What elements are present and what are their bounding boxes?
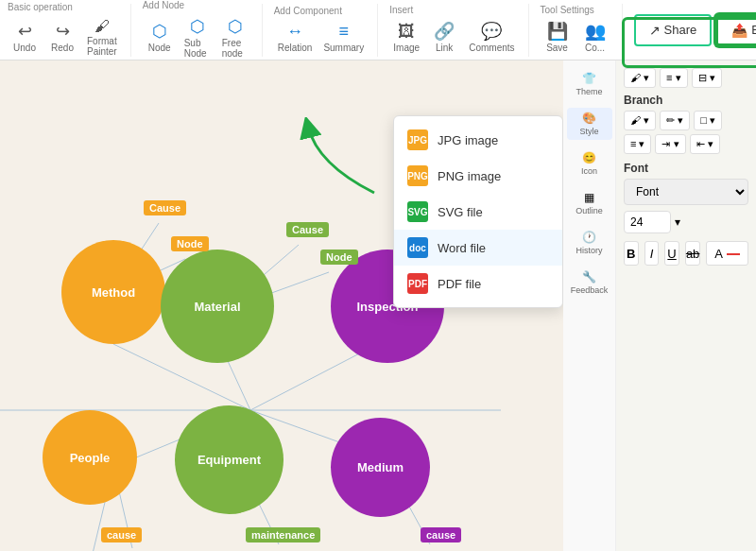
- export-svg-item[interactable]: SVG SVG file: [394, 194, 562, 230]
- underline-button[interactable]: U: [664, 241, 679, 266]
- font-select[interactable]: Font: [624, 179, 748, 205]
- node-button[interactable]: ⬡ Node: [143, 19, 177, 55]
- line-dash-tool[interactable]: ⊟ ▾: [692, 68, 722, 88]
- basic-operation-group: Basic operation ↩ Undo ↪ Redo 🖌 Format P…: [8, 4, 131, 57]
- branch-line-tool[interactable]: ✏ ▾: [660, 111, 690, 130]
- save-icon: 💾: [547, 21, 568, 42]
- sub-node-label: Sub Node: [184, 38, 211, 59]
- relation-button[interactable]: ↔ Relation: [274, 20, 317, 55]
- add-node-group: Add Node ⬡ Node ⬡ Sub Node ⬡ Free node: [143, 4, 263, 57]
- italic-button[interactable]: I: [644, 241, 660, 266]
- font-color-underline: [727, 253, 740, 255]
- outline-label: Outline: [576, 206, 603, 215]
- branch-border-tool[interactable]: □ ▾: [694, 111, 722, 130]
- font-style-row: B I U ab A: [624, 241, 748, 266]
- paint-tool[interactable]: 🖌 ▾: [624, 68, 656, 88]
- equipment-label: Equipment: [198, 453, 261, 467]
- sidebar-item-outline[interactable]: ▦ Outline: [567, 187, 612, 219]
- export-word-item[interactable]: doc Word file: [394, 230, 562, 266]
- medium-node[interactable]: Medium: [331, 418, 430, 517]
- material-node[interactable]: Material: [161, 250, 274, 363]
- save-button[interactable]: 💾 Save: [541, 19, 575, 55]
- doc-icon: doc: [407, 237, 428, 258]
- export-dropdown: JPG JPG image PNG PNG image SVG SVG file…: [393, 115, 563, 308]
- font-size-row: ▾: [624, 211, 748, 233]
- feedback-label: Feedback: [571, 285, 609, 295]
- export-svg-label: SVG file: [438, 205, 483, 219]
- share-label: Share: [664, 23, 697, 37]
- icon-icon: 😊: [582, 151, 596, 164]
- undo-label: Undo: [13, 43, 36, 53]
- sidebar-item-icon[interactable]: 😊 Icon: [567, 147, 612, 180]
- export-jpg-item[interactable]: JPG JPG image: [394, 122, 562, 158]
- sidebar-item-feedback[interactable]: 🔧 Feedback: [567, 267, 612, 299]
- export-icon: 📤: [731, 23, 747, 38]
- sub-node-icon: ⬡: [190, 16, 205, 37]
- style-icon: 🎨: [582, 112, 596, 125]
- redo-button[interactable]: ↪ Redo: [45, 19, 79, 55]
- link-button[interactable]: 🔗 Link: [427, 19, 461, 55]
- method-node[interactable]: Method: [61, 240, 165, 344]
- format-painter-button[interactable]: 🖌 Format Painter: [83, 16, 121, 59]
- branch-align-tool[interactable]: ≡ ▾: [624, 134, 651, 154]
- icon-label: Icon: [581, 166, 597, 176]
- export-jpg-label: JPG image: [438, 133, 498, 147]
- equipment-node[interactable]: Equipment: [175, 405, 284, 514]
- image-button[interactable]: 🖼 Image: [389, 20, 423, 55]
- history-icon: 🕐: [582, 231, 596, 244]
- font-color-button[interactable]: A: [706, 241, 748, 266]
- main-area: Method Material Inspection People Equipm…: [0, 60, 756, 551]
- svg-icon: SVG: [407, 201, 428, 222]
- export-label: Export: [751, 23, 756, 37]
- node-label-text: Node: [148, 43, 171, 53]
- summary-button[interactable]: ≡ Summary: [319, 20, 368, 55]
- redo-label: Redo: [51, 43, 74, 53]
- font-color-icon: A: [714, 247, 723, 261]
- branch-indent2-tool[interactable]: ⇤ ▾: [690, 134, 720, 154]
- summary-label: Summary: [323, 43, 364, 53]
- export-png-label: PNG image: [438, 169, 501, 183]
- jpg-icon: JPG: [407, 129, 428, 150]
- cause-label-5: cause: [421, 527, 461, 542]
- sidebar-icons: 👕 Theme 🎨 Style 😊 Icon ▦ Outline 🕐 Histo…: [563, 60, 616, 551]
- export-button[interactable]: 📤 Export: [715, 14, 756, 46]
- save-label: Save: [546, 43, 568, 53]
- theme-icon: 👕: [582, 72, 596, 85]
- relation-icon: ↔: [286, 22, 303, 42]
- bold-button[interactable]: B: [624, 241, 639, 266]
- node-icon: ⬡: [152, 21, 167, 42]
- font-size-input[interactable]: [624, 211, 671, 233]
- cause-label-4: cause: [101, 527, 142, 542]
- insert-group: Insert 🖼 Image 🔗 Link 💬 Comments: [389, 4, 528, 57]
- sidebar-item-style[interactable]: 🎨 Style: [567, 108, 612, 140]
- font-section: Font Font ▾ B I U ab A: [624, 162, 748, 266]
- free-node-label: Free node: [222, 38, 249, 59]
- add-node-label: Add Node: [143, 0, 184, 10]
- material-label: Material: [194, 300, 240, 314]
- sidebar-item-history[interactable]: 🕐 History: [567, 227, 612, 259]
- export-png-item[interactable]: PNG PNG image: [394, 158, 562, 194]
- free-node-button[interactable]: ⬡ Free node: [218, 14, 252, 60]
- export-pdf-item[interactable]: PDF PDF file: [394, 266, 562, 301]
- undo-button[interactable]: ↩ Undo: [8, 19, 42, 55]
- sub-node-button[interactable]: ⬡ Sub Node: [180, 14, 215, 60]
- branch-indent-tool[interactable]: ⇥ ▾: [655, 134, 685, 154]
- branch-fill-tool[interactable]: 🖌 ▾: [624, 111, 656, 130]
- main-toolbar: Basic operation ↩ Undo ↪ Redo 🖌 Format P…: [0, 0, 756, 60]
- line-style-tool[interactable]: ≡ ▾: [660, 68, 687, 88]
- strikethrough-button[interactable]: ab: [685, 241, 700, 266]
- branch-toolbar: 🖌 ▾ ✏ ▾ □ ▾ ≡ ▾ ⇥ ▾ ⇤ ▾: [624, 111, 748, 154]
- comments-icon: 💬: [481, 21, 502, 42]
- arrow-annotation: [299, 117, 384, 202]
- sidebar-item-theme[interactable]: 👕 Theme: [567, 68, 612, 100]
- share-icon: ↗: [649, 23, 661, 38]
- diagram-canvas[interactable]: Method Material Inspection People Equipm…: [0, 60, 563, 551]
- share-export-area: ↗ Share 📤 Export: [634, 14, 756, 46]
- comments-button[interactable]: 💬 Comments: [465, 19, 518, 55]
- collaborate-button[interactable]: 👥 Co...: [578, 19, 612, 55]
- node-label-1: Node: [171, 236, 209, 251]
- people-node[interactable]: People: [43, 410, 137, 505]
- add-component-items: ↔ Relation ≡ Summary: [274, 20, 369, 55]
- relation-label: Relation: [278, 43, 313, 53]
- share-button[interactable]: ↗ Share: [634, 14, 713, 46]
